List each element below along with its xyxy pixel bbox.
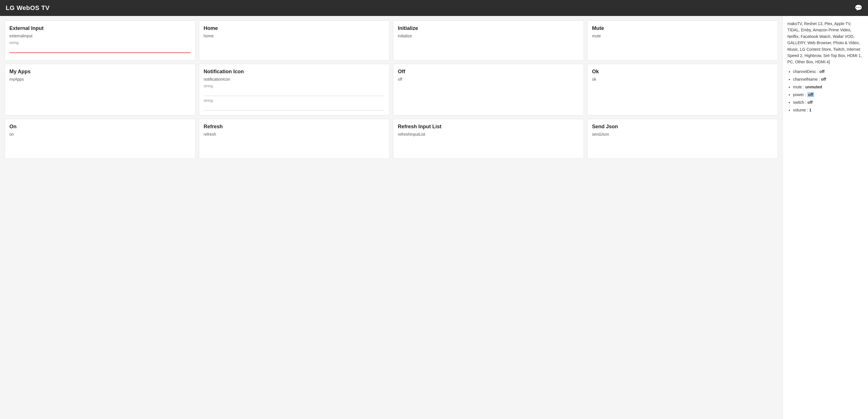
status-item-channelDesc: channelDesc : off bbox=[793, 69, 863, 75]
card-input-notification-icon-1[interactable] bbox=[204, 90, 385, 96]
card-mute: Mute mute bbox=[587, 21, 778, 60]
card-send-json: Send Json sendJson bbox=[587, 119, 778, 159]
main-layout: External Input externalInput string: Hom… bbox=[0, 16, 868, 419]
card-label-notification-icon-2: string: bbox=[204, 98, 385, 102]
card-subtitle-notification-icon: notificationIcon bbox=[204, 77, 385, 82]
card-title-refresh: Refresh bbox=[204, 124, 385, 130]
app-title: LG WebOS TV bbox=[6, 4, 50, 12]
card-off: Off off bbox=[393, 64, 584, 115]
card-refresh: Refresh refresh bbox=[199, 119, 390, 159]
status-value-channelDesc: off bbox=[819, 69, 825, 74]
card-ok: Ok ok bbox=[587, 64, 778, 115]
card-subtitle-initialize: initialize bbox=[398, 34, 579, 38]
card-title-send-json: Send Json bbox=[592, 124, 773, 130]
card-subtitle-ok: ok bbox=[592, 77, 773, 82]
status-value-power: off bbox=[807, 92, 814, 97]
card-label-external-input: string: bbox=[9, 40, 191, 45]
card-input-external-input[interactable] bbox=[9, 47, 191, 53]
card-subtitle-external-input: externalInput bbox=[9, 34, 191, 38]
status-item-volume: volume : 1 bbox=[793, 107, 863, 113]
status-value-mute: unmuted bbox=[805, 85, 822, 89]
card-external-input: External Input externalInput string: bbox=[5, 21, 195, 60]
card-initialize: Initialize initialize bbox=[393, 21, 584, 60]
card-title-ok: Ok bbox=[592, 69, 773, 75]
card-subtitle-send-json: sendJson bbox=[592, 132, 773, 137]
card-title-home: Home bbox=[204, 25, 385, 31]
card-subtitle-off: off bbox=[398, 77, 579, 82]
card-title-refresh-input-list: Refresh Input List bbox=[398, 124, 579, 130]
card-label-notification-icon-1: string: bbox=[204, 84, 385, 88]
card-title-my-apps: My Apps bbox=[9, 69, 191, 75]
card-refresh-input-list: Refresh Input List refreshInputList bbox=[393, 119, 584, 159]
card-title-mute: Mute bbox=[592, 25, 773, 31]
status-item-channelName: channelName : off bbox=[793, 77, 863, 82]
card-on: On on bbox=[5, 119, 195, 159]
card-input-notification-icon-2[interactable] bbox=[204, 105, 385, 111]
card-notification-icon: Notification Icon notificationIcon strin… bbox=[199, 64, 390, 115]
card-subtitle-my-apps: myApps bbox=[9, 77, 191, 82]
status-list: channelDesc : off channelName : off mute… bbox=[787, 69, 863, 113]
card-subtitle-mute: mute bbox=[592, 34, 773, 38]
status-item-switch: switch : off bbox=[793, 99, 863, 106]
card-my-apps: My Apps myApps bbox=[5, 64, 195, 115]
chat-icon[interactable]: 💬 bbox=[855, 4, 862, 12]
card-title-external-input: External Input bbox=[9, 25, 191, 31]
status-item-mute: mute : unmuted bbox=[793, 84, 863, 90]
status-value-channelName: off bbox=[821, 77, 826, 82]
status-value-switch: off bbox=[808, 100, 813, 104]
card-title-on: On bbox=[9, 124, 191, 130]
status-value-volume: 1 bbox=[809, 108, 812, 112]
card-title-notification-icon: Notification Icon bbox=[204, 69, 385, 75]
card-grid: External Input externalInput string: Hom… bbox=[5, 21, 778, 159]
right-panel: makoTV, Reshet 13, Plex, Apple TV, TIDAL… bbox=[782, 16, 868, 419]
card-subtitle-refresh-input-list: refreshInputList bbox=[398, 132, 579, 137]
card-subtitle-refresh: refresh bbox=[204, 132, 385, 137]
card-title-off: Off bbox=[398, 69, 579, 75]
card-title-initialize: Initialize bbox=[398, 25, 579, 31]
card-subtitle-home: home bbox=[204, 34, 385, 38]
status-item-power: power : off bbox=[793, 92, 863, 98]
grid-area: External Input externalInput string: Hom… bbox=[0, 16, 782, 419]
card-home: Home home bbox=[199, 21, 390, 60]
card-subtitle-on: on bbox=[9, 132, 191, 137]
channels-text: makoTV, Reshet 13, Plex, Apple TV, TIDAL… bbox=[787, 21, 863, 65]
app-header: LG WebOS TV 💬 bbox=[0, 0, 868, 16]
